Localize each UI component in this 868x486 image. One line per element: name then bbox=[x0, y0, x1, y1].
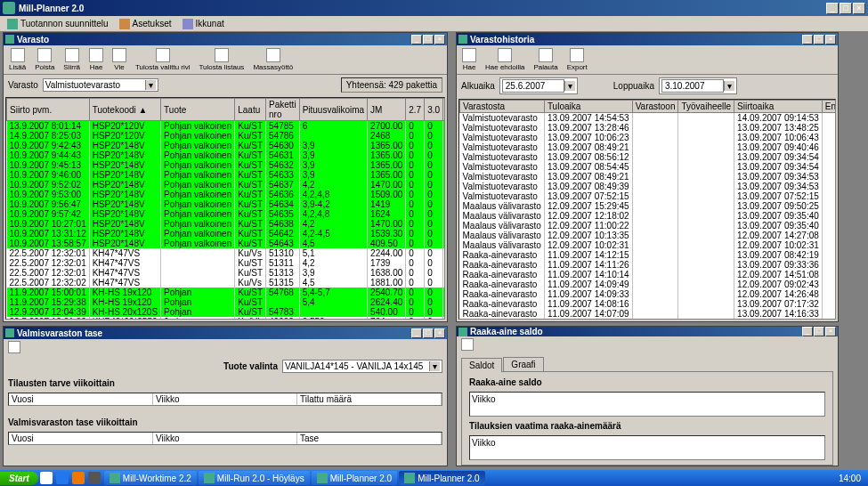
taskbar-item[interactable]: Mill-Planner 2.0 bbox=[312, 471, 397, 485]
start-button[interactable]: Start bbox=[0, 472, 38, 485]
toolbar-button[interactable]: Vie bbox=[109, 47, 130, 72]
toolbar-button[interactable]: Massasyöttö bbox=[249, 47, 296, 72]
table-row[interactable]: 10.9.2007 9:53:00HSP20*148VPohjan valkoi… bbox=[7, 190, 446, 199]
chevron-down-icon[interactable]: ▾ bbox=[564, 81, 575, 91]
table-row[interactable]: Valmistuotevarasto13.09.2007 08:54:4513.… bbox=[460, 162, 837, 172]
table-row[interactable]: Valmistuotevarasto13.09.2007 08:49:3913.… bbox=[460, 182, 837, 191]
historia-titlebar[interactable]: Varastohistoria _ □ × bbox=[457, 33, 838, 45]
table-row[interactable]: 13.9.2007 8:01:14HSP20*120VPohjan valkoi… bbox=[7, 121, 446, 132]
firefox-icon[interactable] bbox=[72, 472, 85, 484]
table-row[interactable]: Valmistuotevarasto13.09.2007 14:54:5314.… bbox=[460, 113, 837, 124]
saldo-min-button[interactable]: _ bbox=[802, 327, 813, 336]
toolbar-button[interactable]: Export bbox=[564, 47, 591, 72]
toolbar-button[interactable]: Siirrä bbox=[60, 47, 84, 72]
table-row[interactable]: Valmistuotevarasto13.09.2007 08:49:2113.… bbox=[460, 172, 837, 182]
table-row[interactable]: Valmistuotevarasto13.09.2007 13:28:4613.… bbox=[460, 123, 837, 133]
print-icon[interactable] bbox=[8, 341, 20, 353]
column-header[interactable]: Pituusvalikoima bbox=[299, 99, 367, 121]
varasto-min-button[interactable]: _ bbox=[411, 35, 422, 45]
taskbar-item[interactable]: Mill-Planner 2.0 bbox=[399, 471, 484, 485]
table-row[interactable]: 11.9.2007 15:29:38KH-HS 19x120PohjanKu/S… bbox=[7, 297, 446, 307]
chevron-down-icon[interactable]: ▾ bbox=[429, 361, 440, 371]
table-row[interactable]: Raaka-ainevarasto11.09.2007 14:09:4912.0… bbox=[460, 279, 837, 289]
column-header[interactable]: 2.7 bbox=[406, 99, 425, 121]
table-row[interactable]: 12.9.2007 12:04:39KH-HS 20x120SPohjanKu/… bbox=[7, 307, 446, 317]
column-header[interactable]: Varastosta bbox=[460, 101, 545, 113]
table-row[interactable]: Maalaus välivarasto12.09.2007 10:02:3112… bbox=[460, 240, 837, 250]
tuote-combo[interactable]: VANILJA14*145 - VANILJA 14x145 ▾ bbox=[282, 360, 442, 373]
taskbar-item[interactable]: Mill-Run 2.0 - Höyläys bbox=[199, 471, 310, 485]
toolbar-button[interactable]: Tulosta listaus bbox=[196, 47, 248, 72]
table-row[interactable]: Raaka-ainevarasto11.09.2007 14:07:0913.0… bbox=[460, 309, 837, 319]
menu-item[interactable]: Asetukset bbox=[114, 17, 177, 31]
ie-icon[interactable] bbox=[56, 472, 69, 484]
table-row[interactable]: 10.9.2007 9:44:43HSP20*148VPohjan valkoi… bbox=[7, 150, 446, 160]
table-row[interactable]: 10.9.2007 13:31:12HSP20*148VPohjan valko… bbox=[7, 229, 446, 239]
tab[interactable]: Graafi bbox=[503, 357, 543, 371]
saldo-titlebar[interactable]: Raaka-aine saldo _ □ × bbox=[457, 327, 838, 336]
table-row[interactable]: 10.9.2007 9:46:00HSP20*148VPohjan valkoi… bbox=[7, 170, 446, 180]
column-header[interactable]: 3.0 bbox=[425, 99, 443, 121]
historia-close-button[interactable]: × bbox=[825, 35, 836, 45]
tab[interactable]: Saldot bbox=[461, 358, 502, 372]
tase-max-button[interactable]: □ bbox=[423, 328, 434, 338]
app-maximize-button[interactable]: □ bbox=[840, 3, 852, 14]
column-header[interactable]: JM bbox=[368, 99, 406, 121]
table-row[interactable]: 22.5.2007 12:32:01KH47*47VSKu/ST513114,2… bbox=[7, 258, 446, 268]
table-row[interactable]: Valmistuotevarasto13.09.2007 08:56:1213.… bbox=[460, 152, 837, 162]
varasto-titlebar[interactable]: Varasto _ □ × bbox=[4, 33, 447, 45]
table-row[interactable]: 10.9.2007 9:57:42HSP20*148VPohjan valkoi… bbox=[7, 209, 446, 219]
table-row[interactable]: Raaka-ainevarasto11.09.2007 14:09:3312.0… bbox=[460, 289, 837, 299]
table-row[interactable]: 22.5.2007 12:21:32KHP42*66*25506 nipKu/V… bbox=[7, 317, 446, 320]
toolbar-button[interactable]: Hae bbox=[458, 47, 480, 72]
tase-min-button[interactable]: _ bbox=[411, 328, 422, 338]
toolbar-button[interactable]: Hae bbox=[85, 47, 107, 72]
column-header[interactable]: Tuote bbox=[161, 99, 235, 121]
table-row[interactable]: Raaka-ainevarasto11.09.2007 14:11:2613.0… bbox=[460, 260, 837, 270]
varasto-max-button[interactable]: □ bbox=[423, 35, 434, 45]
tase-close-button[interactable]: × bbox=[434, 328, 445, 338]
table-row[interactable]: Raaka-ainevarasto11.09.2007 14:07:0012.0… bbox=[460, 319, 837, 320]
app-close-button[interactable]: × bbox=[853, 3, 865, 14]
column-header[interactable]: Tuotekoodi ▲ bbox=[89, 99, 160, 121]
chevron-down-icon[interactable]: ▾ bbox=[724, 81, 734, 91]
table-row[interactable]: Maalaus välivarasto12.09.2007 10:13:3512… bbox=[460, 231, 837, 240]
column-header[interactable]: Varastoon bbox=[632, 101, 678, 113]
table-row[interactable]: 10.9.2007 10:27:01HSP20*148VPohjan valko… bbox=[7, 219, 446, 229]
varasto-grid[interactable]: Siirto pvm.Tuotekoodi ▲TuoteLaatuPaketti… bbox=[5, 97, 445, 320]
tase-titlebar[interactable]: Valmisvaraston tase _ □ × bbox=[4, 327, 447, 339]
historia-max-button[interactable]: □ bbox=[814, 35, 824, 45]
column-header[interactable]: Paketti nro bbox=[266, 99, 300, 121]
column-header[interactable]: Laatu bbox=[235, 99, 266, 121]
table-row[interactable]: Maalaus välivarasto12.09.2007 12:18:0213… bbox=[460, 211, 837, 221]
table-row[interactable]: Maalaus välivarasto12.09.2007 11:00:2213… bbox=[460, 221, 837, 231]
toolbar-button[interactable]: Palauta bbox=[530, 47, 561, 72]
toolbar-button[interactable]: Poista bbox=[31, 47, 58, 72]
table-row[interactable]: 10.9.2007 13:58:57HSP20*148VPohjan valko… bbox=[7, 239, 446, 248]
app-minimize-button[interactable]: _ bbox=[826, 3, 839, 14]
column-header[interactable]: Työvaiheelle bbox=[678, 101, 734, 113]
desktop-icon[interactable] bbox=[88, 472, 101, 484]
varasto-close-button[interactable]: × bbox=[434, 35, 445, 45]
table-row[interactable]: Valmistuotevarasto13.09.2007 08:49:2113.… bbox=[460, 142, 837, 152]
varasto-combo[interactable]: Valmistuotevarasto ▾ bbox=[43, 78, 158, 92]
column-header[interactable]: Ennuste bbox=[822, 101, 836, 113]
from-date-input[interactable]: 25.6.2007▾ bbox=[499, 77, 578, 94]
table-row[interactable]: 22.5.2007 12:32:01KH47*47VSKu/ST513133,9… bbox=[7, 268, 446, 278]
table-row[interactable]: Raaka-ainevarasto11.09.2007 14:12:1513.0… bbox=[460, 250, 837, 260]
table-row[interactable]: 22.5.2007 12:32:02KH47*47VSKu/Vs513154,5… bbox=[7, 278, 446, 288]
saldo-max-button[interactable]: □ bbox=[814, 327, 824, 336]
table-row[interactable]: Valmistuotevarasto13.09.2007 10:06:2313.… bbox=[460, 133, 837, 142]
column-header[interactable]: Siirto pvm. bbox=[7, 99, 90, 121]
column-header[interactable]: Siirtoaika bbox=[734, 101, 823, 113]
toolbar-button[interactable]: Hae ehdoilla bbox=[482, 47, 528, 72]
table-row[interactable]: 10.9.2007 9:52:02HSP20*148VPohjan valkoi… bbox=[7, 180, 446, 190]
table-row[interactable]: Raaka-ainevarasto11.09.2007 14:08:1613.0… bbox=[460, 299, 837, 309]
to-date-input[interactable]: 3.10.2007▾ bbox=[659, 77, 737, 94]
column-header[interactable]: Tuloaika bbox=[544, 101, 632, 113]
table-row[interactable]: 10.9.2007 9:45:13HSP20*148VPohjan valkoi… bbox=[7, 160, 446, 170]
table-row[interactable]: 14.9.2007 8:25:03HSP20*120VPohjan valkoi… bbox=[7, 131, 446, 141]
table-row[interactable]: 11.9.2007 15:00:01KH-HS 19x120PohjanKu/S… bbox=[7, 288, 446, 297]
column-header[interactable]: 3.3 bbox=[443, 99, 445, 121]
table-row[interactable]: 22.5.2007 12:32:01KH47*47VSKu/Vs513105,1… bbox=[7, 248, 446, 258]
